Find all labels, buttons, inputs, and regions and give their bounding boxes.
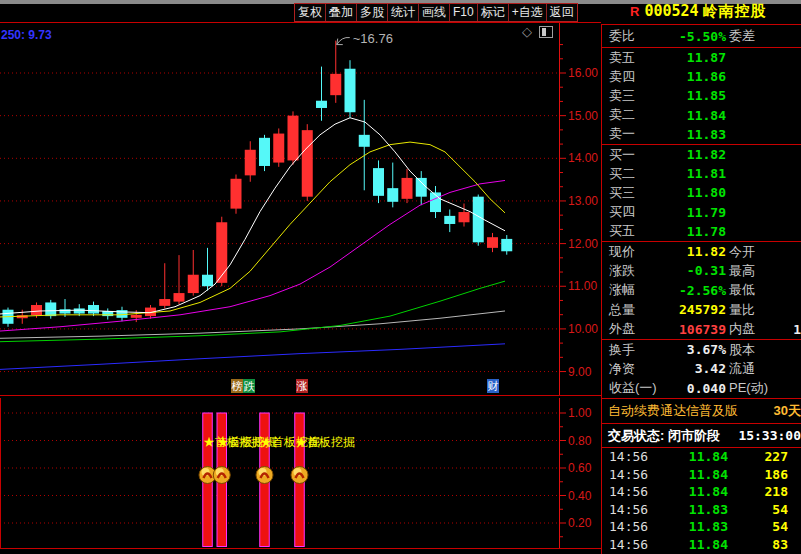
candle — [444, 209, 455, 232]
toolbar: 复权叠加多股统计画线F10标记+自选返回 — [294, 3, 578, 22]
bid-queue: 买一11.82买二11.81买三11.80买四11.79买五11.78 — [602, 145, 801, 242]
fin-row: 净资3.42流通 — [602, 359, 801, 378]
weicha-label: 委差 — [729, 27, 755, 45]
price-tick-label: 11.00 — [568, 279, 597, 293]
toolbar-button-统计[interactable]: 统计 — [388, 4, 419, 21]
ma250-legend: 250: 9.73 — [1, 28, 52, 42]
indicator-tick-label: 0.80 — [568, 434, 592, 448]
high-arrow — [337, 37, 350, 44]
price-tick-label: 14.00 — [568, 151, 598, 165]
stat-row: 涨跌-0.31最高 — [602, 261, 801, 280]
indicator-tick-label: 0.60 — [568, 461, 592, 475]
renewal-promo-link[interactable]: 自动续费通达信普及版 30天 — [602, 399, 801, 424]
toolbar-button-+自选[interactable]: +自选 — [509, 4, 547, 21]
weibi-label: 委比 — [609, 27, 673, 45]
stat-row: 总量245792量比 — [602, 300, 801, 319]
ask-row[interactable]: 卖五11.87 — [602, 48, 801, 67]
price-stats: 现价11.82今开涨跌-0.31最高涨幅-2.56%最低总量245792量比外盘… — [602, 242, 801, 340]
candle — [259, 135, 270, 171]
candle — [60, 299, 71, 317]
high-annotation: ~16.76 — [353, 31, 393, 46]
ask-row[interactable]: 卖二11.84 — [602, 106, 801, 125]
indicator-tick-label: 1.00 — [568, 406, 592, 420]
bid-row[interactable]: 买一11.82 — [602, 145, 801, 164]
toolbar-button-标记[interactable]: 标记 — [478, 4, 509, 21]
candle — [416, 171, 427, 205]
candle — [387, 163, 398, 208]
candle — [88, 302, 99, 317]
margin-trade-flag: R — [630, 4, 639, 19]
promo-days: 30天 — [774, 402, 801, 420]
toolbar-button-F10[interactable]: F10 — [450, 4, 478, 21]
price-tick-label: 9.00 — [568, 365, 592, 379]
gold-signal-icon — [213, 467, 230, 484]
stock-title: R000524岭南控股 — [601, 2, 801, 23]
candle — [273, 128, 284, 166]
tdx-app: 复权叠加多股统计画线F10标记+自选返回 R000524岭南控股 ◇ 9.001… — [0, 0, 801, 554]
stock-name: 岭南控股 — [703, 2, 767, 19]
stat-row: 外盘106739内盘1 — [602, 319, 801, 338]
bid-row[interactable]: 买二11.81 — [602, 164, 801, 183]
candle — [202, 248, 213, 291]
bid-row[interactable]: 买三11.80 — [602, 183, 801, 202]
ask-row[interactable]: 卖一11.83 — [602, 125, 801, 144]
main-candlestick-chart[interactable]: 9.0010.0011.0012.0013.0014.0015.0016.00~… — [0, 22, 601, 396]
candle — [359, 100, 370, 190]
trade-row: 14:5611.84227 — [602, 448, 801, 466]
candle — [231, 175, 242, 214]
candle — [501, 235, 512, 255]
indicator-tick-label: 0.40 — [568, 489, 592, 503]
stat-row: 现价11.82今开 — [602, 242, 801, 261]
status-label: 交易状态: — [608, 427, 664, 445]
toolbar-button-返回[interactable]: 返回 — [547, 4, 577, 21]
trade-row: 14:5611.84186 — [602, 466, 801, 484]
candle — [174, 255, 185, 304]
candle — [330, 41, 341, 103]
ma-line — [0, 118, 505, 314]
tick-trade-list: 14:5611.8422714:5611.8418614:5611.842181… — [602, 448, 801, 554]
stat-row: 涨幅-2.56%最低 — [602, 281, 801, 300]
toolbar-button-叠加[interactable]: 叠加 — [326, 4, 357, 21]
trade-row: 14:5611.84218 — [602, 483, 801, 501]
price-tick-label: 13.00 — [568, 194, 598, 208]
event-badge-榜[interactable]: 榜 — [231, 379, 243, 393]
bid-row[interactable]: 买四11.79 — [602, 203, 801, 222]
indicator-tick-label: 0.20 — [568, 516, 592, 530]
trade-row: 14:5611.8354 — [602, 501, 801, 519]
weibi-row: 委比 -5.50% 委差 — [602, 25, 801, 48]
candle — [45, 300, 56, 319]
gold-signal-icon — [291, 467, 308, 484]
candle — [402, 169, 413, 203]
event-badge-财[interactable]: 财 — [487, 379, 499, 393]
event-badge-跌[interactable]: 跌 — [243, 379, 255, 393]
toolbar-button-画线[interactable]: 画线 — [419, 4, 450, 21]
promo-text: 自动续费通达信普及版 — [608, 402, 738, 420]
toolbar-button-复权[interactable]: 复权 — [295, 4, 326, 21]
candle — [102, 308, 113, 319]
fin-row: 收益(一)0.040PE(动) — [602, 379, 801, 398]
status-value: 闭市阶段 — [668, 427, 720, 445]
candle — [288, 111, 299, 164]
price-tick-label: 10.00 — [568, 322, 598, 336]
ask-row[interactable]: 卖四11.86 — [602, 67, 801, 86]
ask-queue: 卖五11.87卖四11.86卖三11.85卖二11.84卖一11.83 — [602, 48, 801, 145]
gold-signal-icon — [256, 467, 273, 484]
signal-indicator-chart[interactable]: ★首板挖掘★首板挖掘★首板挖掘★首板挖掘1.000.800.600.400.20 — [0, 398, 601, 554]
candle — [188, 250, 199, 296]
candle — [245, 141, 256, 182]
ask-row[interactable]: 卖三11.85 — [602, 86, 801, 105]
ma-line — [0, 344, 505, 370]
trade-row: 14:5611.8483 — [602, 536, 801, 554]
trading-status-row: 交易状态: 闭市阶段 15:33:00 — [602, 424, 801, 448]
toolbar-button-多股[interactable]: 多股 — [357, 4, 388, 21]
price-tick-label: 12.00 — [568, 237, 598, 251]
event-badge-涨[interactable]: 涨 — [296, 379, 308, 393]
trade-row: 14:5611.8354 — [602, 518, 801, 536]
candle — [473, 195, 484, 246]
signal-label: ★首板挖掘 — [295, 435, 355, 449]
fin-row: 换手3.67%股本 — [602, 340, 801, 359]
bid-row[interactable]: 买五11.78 — [602, 222, 801, 241]
price-tick-label: 16.00 — [568, 66, 598, 80]
candle — [345, 60, 356, 118]
quote-panel: 委比 -5.50% 委差 卖五11.87卖四11.86卖三11.85卖二11.8… — [601, 24, 801, 554]
